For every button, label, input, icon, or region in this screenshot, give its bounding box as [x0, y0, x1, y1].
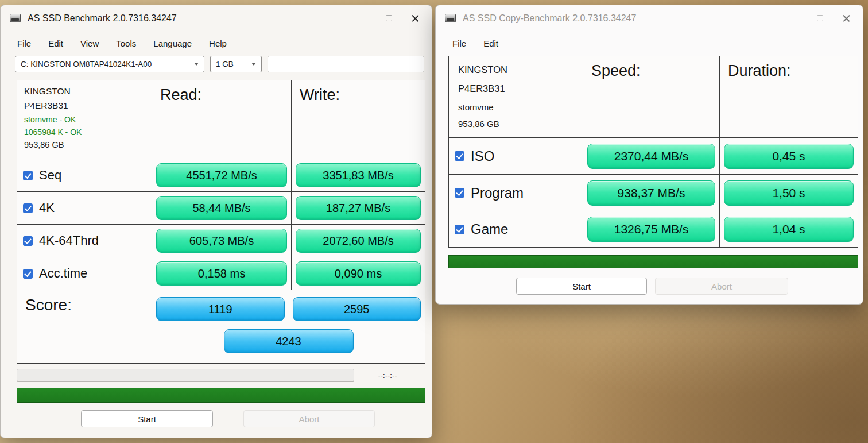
write-column-header: Write: — [292, 80, 425, 159]
close-button[interactable] — [402, 7, 428, 29]
duration-column-header: Duration: — [720, 56, 858, 138]
maximize-button[interactable] — [375, 7, 402, 29]
row-seq: Seq — [17, 159, 152, 192]
close-icon — [843, 14, 850, 22]
minimize-icon — [790, 18, 797, 18]
window-title: AS SSD Benchmark 2.0.7316.34247 — [28, 13, 177, 24]
seq-write-cell: 3351,83 MB/s — [292, 159, 425, 192]
test-size-select[interactable]: 1 GB — [210, 56, 262, 72]
write-score: 2595 — [293, 297, 421, 321]
program-speed-cell: 938,37 MB/s — [583, 175, 720, 211]
menu-view[interactable]: View — [72, 35, 107, 52]
row-4k: 4K — [17, 192, 152, 225]
4k-checkbox[interactable] — [23, 203, 33, 213]
result-value: 187,27 MB/s — [296, 196, 421, 220]
total-score: 4243 — [224, 329, 354, 353]
menu-help[interactable]: Help — [200, 35, 235, 52]
seq-read-cell: 4551,72 MB/s — [152, 159, 292, 192]
menu-language[interactable]: Language — [145, 35, 200, 52]
chevron-down-icon — [194, 63, 199, 66]
read-score: 1119 — [156, 297, 285, 321]
title-bar[interactable]: AS SSD Copy-Benchmark 2.0.7316.34247 — [436, 5, 863, 31]
result-value: 1,04 s — [724, 217, 854, 242]
desktop-background: { "benchmark": { "title": "AS SSD Benchm… — [0, 0, 868, 443]
eta-text: --:--:-- — [360, 371, 415, 380]
test-name: ISO — [471, 148, 494, 164]
copy-benchmark-window: AS SSD Copy-Benchmark 2.0.7316.34247 Fil… — [435, 5, 863, 305]
overall-progress-bar — [448, 255, 858, 268]
result-value: 0,090 ms — [296, 261, 421, 286]
row-iso: ISO — [449, 138, 583, 175]
4k64-checkbox[interactable] — [23, 236, 33, 246]
close-button[interactable] — [833, 7, 859, 29]
4k64-write-cell: 2072,60 MB/s — [292, 225, 425, 257]
abort-button[interactable]: Abort — [655, 278, 788, 295]
score-label: Score: — [17, 290, 152, 363]
4k64-read-cell: 605,73 MB/s — [152, 225, 292, 257]
app-icon — [10, 14, 21, 22]
menu-tools[interactable]: Tools — [107, 35, 145, 52]
maximize-icon — [817, 15, 823, 21]
read-column-header: Read: — [152, 80, 292, 159]
device-driver: stornvme — [458, 102, 574, 112]
program-duration-cell: 1,50 s — [720, 175, 858, 211]
comment-field[interactable] — [268, 56, 424, 72]
test-name: Game — [471, 221, 508, 237]
result-value: 58,44 MB/s — [156, 196, 287, 220]
result-value: 938,37 MB/s — [587, 180, 715, 206]
drive-select-value: C: KINGSTON OM8TAP41024K1-A00 — [21, 60, 191, 68]
iso-checkbox[interactable] — [455, 151, 464, 161]
result-value: 1326,75 MB/s — [587, 217, 715, 242]
app-icon — [445, 14, 456, 22]
minimize-button[interactable] — [349, 7, 375, 29]
device-capacity: 953,86 GB — [24, 140, 145, 149]
title-bar[interactable]: AS SSD Benchmark 2.0.7316.34247 — [1, 5, 432, 31]
row-game: Game — [449, 211, 583, 247]
game-checkbox[interactable] — [455, 225, 464, 234]
start-button[interactable]: Start — [81, 410, 213, 427]
seq-checkbox[interactable] — [23, 171, 33, 180]
acctime-read-cell: 0,158 ms — [152, 257, 292, 290]
acctime-write-cell: 0,090 ms — [292, 257, 425, 290]
menu-file[interactable]: File — [9, 35, 40, 52]
row-4k64: 4K-64Thrd — [17, 225, 152, 257]
menu-bar: File Edit View Tools Language Help — [1, 31, 432, 55]
result-value: 605,73 MB/s — [156, 229, 287, 253]
device-driver-status: stornvme - OK — [24, 115, 145, 124]
row-acctime: Acc.time — [17, 257, 152, 290]
score-values-cell: 1119 2595 4243 — [152, 290, 425, 363]
device-info-cell: KINGSTON P4ER3B31 stornvme - OK 1065984 … — [17, 80, 152, 159]
speed-column-header: Speed: — [583, 56, 720, 138]
result-value: 2370,44 MB/s — [587, 144, 715, 169]
drive-select[interactable]: C: KINGSTON OM8TAP41024K1-A00 — [15, 56, 204, 72]
device-alignment-status: 1065984 K - OK — [24, 128, 145, 137]
window-controls — [349, 7, 432, 29]
abort-button[interactable]: Abort — [243, 410, 375, 427]
maximize-button[interactable] — [807, 7, 833, 29]
window-controls — [780, 7, 863, 29]
overall-progress-bar — [17, 388, 425, 403]
device-info-cell: KINGSTON P4ER3B31 stornvme 953,86 GB — [449, 56, 583, 138]
minimize-button[interactable] — [780, 7, 807, 29]
device-model: P4ER3B31 — [458, 83, 574, 94]
menu-bar: File Edit — [436, 31, 863, 55]
menu-edit[interactable]: Edit — [40, 35, 72, 52]
acctime-checkbox[interactable] — [23, 269, 33, 279]
benchmark-window: AS SSD Benchmark 2.0.7316.34247 File Edi… — [0, 5, 432, 438]
menu-file[interactable]: File — [444, 35, 475, 52]
device-model: P4ER3B31 — [24, 101, 145, 111]
menu-edit[interactable]: Edit — [475, 35, 507, 52]
chevron-down-icon — [251, 63, 256, 66]
program-checkbox[interactable] — [455, 188, 464, 198]
start-button[interactable]: Start — [516, 278, 647, 295]
result-value: 1,50 s — [724, 180, 854, 206]
copy-results-table: KINGSTON P4ER3B31 stornvme 953,86 GB Spe… — [448, 56, 858, 248]
game-duration-cell: 1,04 s — [720, 211, 858, 247]
window-title: AS SSD Copy-Benchmark 2.0.7316.34247 — [463, 13, 636, 24]
test-name: Seq — [39, 168, 61, 183]
results-table: KINGSTON P4ER3B31 stornvme - OK 1065984 … — [17, 80, 425, 364]
test-name: 4K-64Thrd — [39, 233, 99, 248]
result-value: 0,45 s — [724, 144, 854, 169]
game-speed-cell: 1326,75 MB/s — [583, 211, 720, 247]
4k-write-cell: 187,27 MB/s — [292, 192, 425, 225]
